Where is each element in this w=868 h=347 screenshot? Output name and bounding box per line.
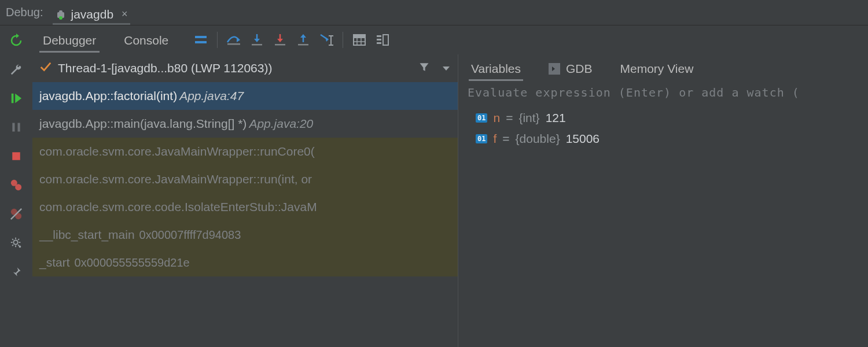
bug-icon bbox=[55, 9, 67, 20]
svg-point-12 bbox=[19, 246, 21, 248]
tab-gdb[interactable]: GDB bbox=[546, 56, 595, 80]
run-config-tab[interactable]: javagdb × bbox=[53, 4, 130, 21]
svg-rect-2 bbox=[12, 94, 14, 104]
checkmark-icon bbox=[39, 61, 52, 76]
variable-row[interactable]: 01f={double}15006 bbox=[458, 128, 868, 149]
stack-frame[interactable]: com.oracle.svm.core.JavaMainWrapper::run… bbox=[32, 165, 458, 193]
debug-label: Debug: bbox=[6, 6, 43, 19]
settings-button[interactable] bbox=[8, 235, 24, 251]
svg-point-7 bbox=[15, 184, 21, 190]
evaluate-expression-button[interactable] bbox=[349, 29, 370, 50]
stack-frame[interactable]: __libc_start_main0x00007ffff7d94083 bbox=[32, 221, 458, 249]
rerun-button[interactable] bbox=[8, 32, 24, 49]
variables-pane: Variables GDB Memory View Evaluate expre… bbox=[458, 54, 868, 347]
view-breakpoints-button[interactable] bbox=[8, 177, 24, 193]
debug-side-toolbar bbox=[0, 25, 32, 347]
pin-button[interactable] bbox=[8, 264, 24, 280]
frames-pane: Thread-1-[javagdb...b80 (LWP 112063)) ja… bbox=[32, 54, 458, 347]
tab-memory-view[interactable]: Memory View bbox=[618, 56, 696, 80]
tab-variables[interactable]: Variables bbox=[469, 56, 523, 80]
toolbar-separator bbox=[343, 32, 343, 48]
mute-breakpoints-button[interactable] bbox=[8, 206, 24, 222]
show-execution-point-button[interactable] bbox=[190, 29, 211, 50]
frame-list: javagdb.App::factorial(int) App.java:47j… bbox=[32, 82, 458, 347]
chevron-down-icon[interactable] bbox=[442, 61, 451, 75]
wrench-icon[interactable] bbox=[8, 61, 24, 77]
thread-label: Thread-1-[javagdb...b80 (LWP 112063)) bbox=[58, 61, 272, 75]
primitive-icon: 01 bbox=[476, 113, 487, 123]
variable-row[interactable]: 01n={int}121 bbox=[458, 108, 868, 128]
pause-button[interactable] bbox=[8, 119, 24, 135]
trace-button[interactable] bbox=[372, 29, 393, 50]
svg-point-11 bbox=[13, 240, 17, 244]
debug-titlebar: Debug: javagdb × bbox=[0, 0, 868, 25]
svg-rect-14 bbox=[195, 41, 207, 43]
step-into-button[interactable] bbox=[247, 29, 267, 50]
tab-debugger[interactable]: Debugger bbox=[39, 28, 100, 52]
svg-rect-30 bbox=[377, 35, 381, 37]
filter-icon[interactable] bbox=[418, 61, 430, 76]
terminal-icon bbox=[549, 63, 560, 75]
svg-rect-17 bbox=[252, 44, 262, 46]
evaluate-expression-input[interactable]: Evaluate expression (Enter) or add a wat… bbox=[458, 82, 868, 108]
toolbar-separator bbox=[217, 32, 218, 48]
svg-rect-32 bbox=[377, 42, 381, 44]
stack-frame[interactable]: com.oracle.svm.core.JavaMainWrapper::run… bbox=[32, 138, 458, 165]
svg-rect-3 bbox=[12, 123, 14, 132]
thread-selector[interactable]: Thread-1-[javagdb...b80 (LWP 112063)) bbox=[32, 54, 458, 82]
svg-rect-31 bbox=[377, 39, 381, 40]
step-out-button[interactable] bbox=[293, 29, 314, 50]
variable-list: 01n={int}12101f={double}15006 bbox=[458, 108, 868, 149]
svg-rect-4 bbox=[18, 123, 20, 132]
force-step-into-button[interactable] bbox=[270, 29, 290, 50]
svg-rect-33 bbox=[383, 35, 388, 45]
svg-rect-15 bbox=[227, 43, 240, 45]
stack-frame[interactable]: _start0x000055555559d21e bbox=[32, 249, 458, 276]
svg-rect-5 bbox=[12, 152, 20, 160]
svg-rect-26 bbox=[354, 35, 365, 38]
primitive-icon: 01 bbox=[476, 134, 487, 143]
stack-frame[interactable]: javagdb.App::factorial(int) App.java:47 bbox=[32, 82, 458, 110]
step-over-button[interactable] bbox=[223, 29, 244, 50]
stop-button[interactable] bbox=[8, 148, 24, 164]
run-config-name: javagdb bbox=[71, 8, 114, 21]
stack-frame[interactable]: com.oracle.svm.core.code.IsolateEnterStu… bbox=[32, 193, 458, 221]
tab-console[interactable]: Console bbox=[120, 28, 172, 52]
close-icon[interactable]: × bbox=[118, 8, 128, 20]
debugger-toolbar: Debugger Console bbox=[32, 25, 868, 54]
run-to-cursor-button[interactable] bbox=[316, 29, 337, 50]
svg-rect-21 bbox=[298, 44, 308, 46]
svg-rect-1 bbox=[59, 10, 62, 13]
stack-frame[interactable]: javagdb.App::main(java.lang.String[] *) … bbox=[32, 110, 458, 138]
svg-rect-13 bbox=[195, 36, 207, 38]
svg-rect-19 bbox=[275, 44, 285, 46]
resume-button[interactable] bbox=[8, 90, 24, 106]
